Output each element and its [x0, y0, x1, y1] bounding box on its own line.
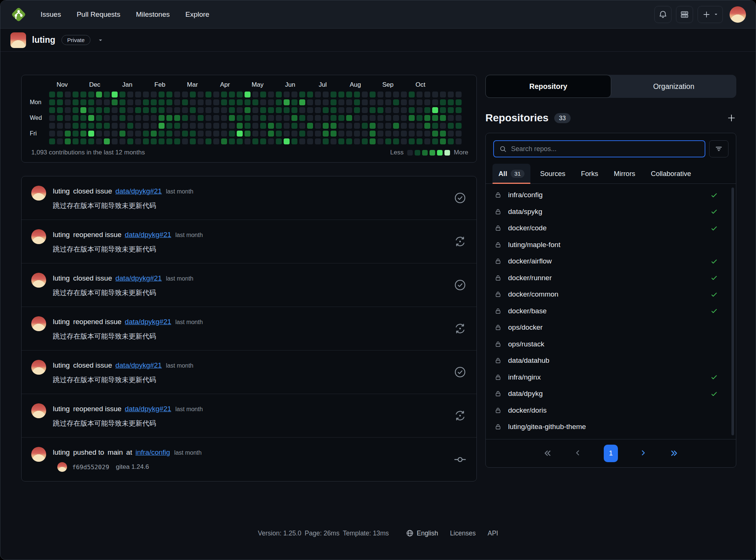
- pagination-last-icon[interactable]: [669, 448, 679, 458]
- repo-filter-tab-all[interactable]: All31: [492, 164, 530, 183]
- feed-repo-link[interactable]: data/dpykg#21: [115, 274, 162, 282]
- check-icon: [710, 191, 718, 199]
- heatmap-cell: [252, 131, 258, 137]
- repo-name-link[interactable]: docker/doris: [508, 406, 547, 415]
- user-avatar[interactable]: [730, 6, 746, 23]
- repo-name-link[interactable]: data/spykg: [508, 208, 542, 216]
- pagination-page-1[interactable]: 1: [604, 445, 618, 462]
- lock-icon: [494, 407, 502, 414]
- repo-filter-tab-mirrors[interactable]: Mirrors: [608, 164, 641, 183]
- feed-actor-avatar[interactable]: [31, 186, 46, 201]
- licenses-link[interactable]: Licenses: [450, 529, 476, 537]
- feed-actor-link[interactable]: luting: [53, 274, 70, 282]
- feed-actor-avatar[interactable]: [31, 447, 46, 462]
- tab-repository[interactable]: Repository: [485, 75, 611, 98]
- repo-name-link[interactable]: ops/docker: [508, 323, 543, 332]
- create-new-button[interactable]: [698, 6, 723, 23]
- feed-repo-link[interactable]: data/dpykg#21: [125, 231, 171, 239]
- add-repository-button[interactable]: [727, 113, 736, 123]
- feed-action-text: reopened issue: [73, 405, 121, 413]
- heatmap-cell: [338, 123, 344, 129]
- repo-row[interactable]: docker/base: [486, 303, 736, 320]
- language-selector[interactable]: English: [406, 529, 438, 537]
- repo-name-link[interactable]: luting/maple-font: [508, 241, 560, 249]
- feed-actor-link[interactable]: luting: [53, 187, 70, 195]
- repo-row[interactable]: docker/doris: [486, 402, 736, 419]
- heatmap-cell: [237, 99, 243, 105]
- feed-actor-link[interactable]: luting: [53, 448, 70, 457]
- repo-row[interactable]: infra/config: [486, 187, 736, 204]
- nav-link-milestones[interactable]: Milestones: [136, 10, 170, 19]
- nav-link-pull-requests[interactable]: Pull Requests: [77, 10, 120, 19]
- feed-actor-avatar[interactable]: [31, 403, 46, 418]
- feed-actor-link[interactable]: luting: [53, 231, 70, 239]
- nav-link-explore[interactable]: Explore: [185, 10, 209, 19]
- repo-row[interactable]: docker/code: [486, 220, 736, 237]
- heatmap-month-label: Jan: [122, 81, 132, 89]
- repo-name-link[interactable]: docker/common: [508, 290, 558, 298]
- repo-row[interactable]: infra/nginx: [486, 369, 736, 386]
- feed-actor-avatar[interactable]: [31, 273, 46, 288]
- gitea-logo-icon[interactable]: [10, 6, 27, 23]
- repo-list-scrollbar[interactable]: [731, 188, 734, 435]
- nav-link-issues[interactable]: Issues: [41, 10, 61, 19]
- repo-name-link[interactable]: data/datahub: [508, 356, 549, 365]
- feed-repo-link[interactable]: data/dpykg#21: [125, 318, 171, 326]
- repo-row[interactable]: data/spykg: [486, 204, 736, 220]
- repo-name-link[interactable]: infra/nginx: [508, 373, 541, 381]
- heatmap-cell: [377, 99, 383, 105]
- feed-actor-link[interactable]: luting: [53, 318, 70, 326]
- heatmap-cell: [245, 115, 251, 121]
- feed-actor-avatar[interactable]: [31, 360, 46, 375]
- repo-row[interactable]: docker/common: [486, 286, 736, 303]
- pagination-next-icon[interactable]: [639, 448, 648, 458]
- feed-actor-link[interactable]: luting: [53, 361, 70, 369]
- heatmap-cell: [331, 138, 336, 144]
- repo-row[interactable]: ops/rustack: [486, 336, 736, 353]
- repo-row[interactable]: ops/docker: [486, 319, 736, 336]
- profile-menu-caret-icon[interactable]: [97, 37, 104, 44]
- feed-actor-link[interactable]: luting: [53, 405, 70, 413]
- repo-row[interactable]: data/dpykg: [486, 385, 736, 402]
- feed-repo-link[interactable]: data/dpykg#21: [115, 361, 162, 369]
- repo-filter-tab-forks[interactable]: Forks: [575, 164, 604, 183]
- repo-org-switch: Repository Organization: [485, 75, 736, 98]
- heatmap-cell: [362, 107, 368, 113]
- profile-username[interactable]: luting: [32, 35, 55, 45]
- repo-name-link[interactable]: infra/config: [508, 191, 543, 199]
- commit-hash-link[interactable]: f69d552029: [72, 464, 109, 471]
- repo-filter-button[interactable]: [709, 140, 728, 157]
- heatmap-weekday-label: Wed: [30, 115, 42, 121]
- feed-branch-name[interactable]: main: [108, 448, 123, 457]
- server-status-button[interactable]: [676, 6, 693, 23]
- repo-name-link[interactable]: luting/gitea-github-theme: [508, 423, 586, 431]
- repo-name-link[interactable]: docker/airflow: [508, 257, 552, 265]
- repo-row[interactable]: docker/runner: [486, 270, 736, 287]
- repo-row[interactable]: docker/airflow: [486, 253, 736, 270]
- repo-row[interactable]: luting/maple-font: [486, 237, 736, 253]
- feed-repo-link[interactable]: data/dpykg#21: [115, 187, 162, 195]
- feed-repo-link[interactable]: data/dpykg#21: [125, 405, 171, 413]
- lock-icon: [494, 191, 502, 199]
- heatmap-cell: [166, 107, 172, 113]
- repo-search-input[interactable]: [511, 145, 699, 153]
- heatmap-cell: [417, 107, 422, 113]
- tab-organization[interactable]: Organization: [611, 75, 736, 98]
- repo-name-link[interactable]: data/dpykg: [508, 390, 543, 398]
- notifications-button[interactable]: [654, 6, 672, 23]
- feed-repo-link[interactable]: infra/config: [135, 448, 170, 457]
- heatmap-cell: [276, 92, 282, 97]
- repo-name-link[interactable]: docker/runner: [508, 274, 552, 282]
- repo-name-link[interactable]: docker/code: [508, 224, 547, 232]
- repo-filter-tab-collaborative[interactable]: Collaborative: [645, 164, 697, 183]
- repo-filter-tab-sources[interactable]: Sources: [534, 164, 571, 183]
- repo-name-link[interactable]: ops/rustack: [508, 340, 544, 348]
- repo-row[interactable]: data/datahub: [486, 352, 736, 369]
- heatmap-cell: [96, 92, 102, 97]
- profile-avatar[interactable]: [10, 32, 26, 48]
- feed-actor-avatar[interactable]: [31, 316, 46, 331]
- repo-name-link[interactable]: docker/base: [508, 307, 547, 315]
- feed-actor-avatar[interactable]: [31, 229, 46, 244]
- api-link[interactable]: API: [488, 529, 498, 537]
- repo-row[interactable]: luting/gitea-github-theme: [486, 419, 736, 435]
